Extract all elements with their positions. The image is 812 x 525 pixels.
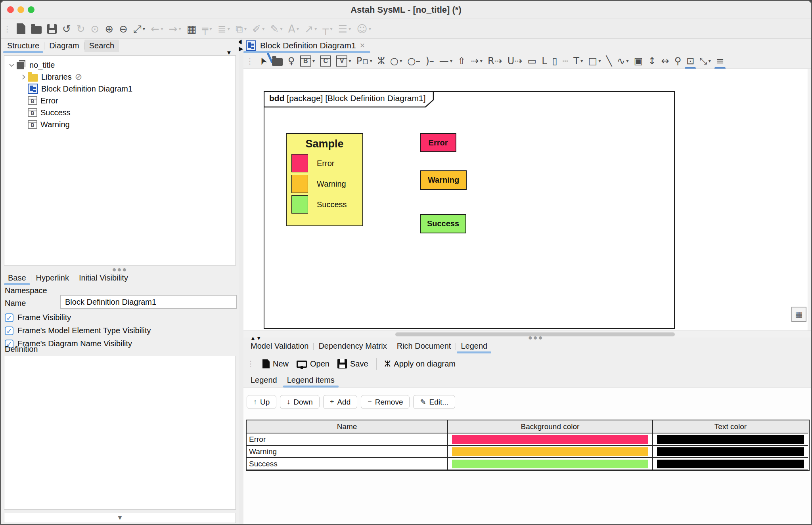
port-icon[interactable]: ♀ [288, 56, 295, 66]
usage-icon[interactable]: U⇢ [508, 56, 523, 66]
dropdown-arrow-icon[interactable]: ▾ [450, 58, 453, 64]
zoom-out-icon[interactable]: ⊖ [119, 24, 128, 34]
dropdown-arrow-icon[interactable]: ▾ [178, 26, 181, 32]
block-icon[interactable]: B▾ [300, 55, 315, 67]
dropdown-arrow-icon[interactable]: ▾ [228, 26, 230, 32]
list-style-icon[interactable]: ☰▾ [338, 24, 351, 34]
actor-icon[interactable]: ⵣ [377, 56, 385, 66]
tree-item-error[interactable]: BError [4, 95, 236, 107]
dotted-line-icon[interactable]: ┄ [563, 56, 568, 66]
note-icon[interactable]: ▯ [552, 56, 557, 66]
dropdown-arrow-icon[interactable]: ▾ [143, 26, 146, 32]
table-row-error[interactable]: Error [247, 433, 809, 446]
panel-menu-arrow-icon[interactable]: ▼ [226, 49, 232, 56]
association-icon[interactable]: —▾ [439, 56, 453, 66]
dropdown-arrow-icon[interactable]: ▾ [330, 26, 333, 32]
curve-icon[interactable]: ∿▾ [617, 56, 629, 66]
save-legend-button[interactable]: Save [337, 359, 368, 368]
emoji-icon[interactable]: ☺▾ [357, 24, 372, 34]
tab-legend[interactable]: Legend [246, 374, 282, 386]
text-color-swatch[interactable] [657, 460, 804, 468]
add-button[interactable]: +Add [323, 395, 357, 409]
text-color-swatch[interactable] [657, 447, 804, 456]
tree-item-no-title[interactable]: no_title [4, 59, 236, 71]
constraint-block-icon[interactable]: C [320, 55, 331, 67]
dropdown-arrow-icon[interactable]: ▾ [370, 58, 373, 64]
rectangle-icon[interactable]: □▾ [588, 56, 601, 66]
open-legend-button[interactable]: Open [297, 359, 329, 368]
dropdown-arrow-icon[interactable]: ▾ [312, 58, 315, 64]
dropdown-arrow-icon[interactable]: ▾ [400, 58, 402, 64]
zoom-in-icon[interactable]: ⊕ [105, 24, 113, 34]
table-row-warning[interactable]: Warning [247, 446, 809, 458]
down-button[interactable]: ↓Down [280, 395, 320, 409]
legend-sample-box[interactable]: Sample ErrorWarningSuccess [286, 133, 363, 226]
dropdown-arrow-icon[interactable]: ▾ [709, 58, 711, 64]
select-cursor-icon[interactable]: ➤ [259, 55, 267, 67]
zoom-actual-icon[interactable]: ⊙ [91, 24, 100, 34]
realization-icon[interactable]: R⇢ [488, 56, 502, 66]
tree-item-success[interactable]: BSuccess [4, 107, 236, 118]
tree-item-libraries[interactable]: Libraries⊘ [4, 71, 236, 83]
package-icon[interactable] [272, 56, 283, 66]
layers-icon[interactable]: ⧉▾ [236, 24, 247, 34]
forward-icon[interactable]: →▾ [169, 24, 181, 34]
save-icon[interactable] [47, 24, 57, 34]
more-icon[interactable]: ≡ [716, 56, 724, 66]
dropdown-arrow-icon[interactable]: ▾ [244, 26, 247, 32]
background-color-swatch[interactable] [452, 460, 648, 468]
new-legend-button[interactable]: New [262, 359, 289, 368]
required-interface-icon[interactable]: )– [425, 56, 434, 66]
line-color-icon[interactable]: ✎▾ [270, 24, 283, 34]
dropdown-arrow-icon[interactable]: ▾ [297, 26, 299, 32]
close-tab-icon[interactable]: × [360, 40, 365, 51]
tab-structure[interactable]: Structure [2, 40, 44, 52]
align-left-icon[interactable]: ≣▾ [218, 24, 230, 34]
connector-style-icon[interactable]: ↗▾ [304, 24, 317, 34]
dropdown-arrow-icon[interactable]: ▾ [161, 26, 163, 32]
remove-button[interactable]: −Remove [361, 395, 410, 409]
column-header-background-color[interactable]: Background color [448, 420, 653, 433]
checkbox-frame-s-model-element-type-visibility[interactable]: ✓Frame's Model Element Type Visibility [5, 326, 151, 335]
tab-hyperlink[interactable]: Hyperlink [31, 272, 74, 284]
checkbox-frame-visibility[interactable]: ✓Frame Visibility [5, 313, 71, 322]
dropdown-arrow-icon[interactable]: ▾ [349, 58, 351, 64]
text-color-swatch[interactable] [657, 435, 804, 444]
overview-map-button[interactable]: ▦ [791, 307, 806, 322]
dropdown-arrow-icon[interactable]: ▾ [598, 58, 601, 64]
connector-icon[interactable]: ⤡▾ [699, 56, 711, 66]
new-file-icon[interactable] [17, 23, 25, 34]
line-icon[interactable]: ╲ [606, 56, 612, 66]
dropdown-arrow-icon[interactable]: ▾ [280, 26, 283, 32]
tree-item-warning[interactable]: BWarning [4, 118, 236, 130]
pin-icon[interactable]: ⚲ [674, 56, 682, 66]
fit-to-window-icon[interactable]: ⤢▾ [133, 24, 145, 34]
table-row-success[interactable]: Success [247, 458, 809, 470]
tab-model-validation[interactable]: Model Validation [246, 340, 313, 352]
fill-color-icon[interactable]: ✐▾ [252, 24, 264, 34]
open-folder-icon[interactable] [31, 24, 42, 34]
edit-button[interactable]: ✎Edit... [413, 395, 455, 409]
lifeline-icon[interactable]: L [542, 56, 547, 66]
expand-right-icon[interactable]: ▶ [239, 45, 243, 52]
align-top-icon[interactable]: ╤▾ [202, 24, 212, 34]
horizontal-distribute-icon[interactable]: ↔ [661, 56, 669, 66]
bottom-collapse-bar[interactable]: ▼ [4, 513, 236, 523]
dropdown-arrow-icon[interactable]: ▾ [262, 26, 265, 32]
toolbar-drag-handle[interactable]: ⋮ [246, 56, 253, 66]
undo-icon[interactable]: ↺ [62, 24, 71, 34]
tab-base[interactable]: Base [3, 272, 31, 284]
chevron-right-icon[interactable] [20, 74, 25, 80]
tab-legend[interactable]: Legend [456, 340, 492, 352]
provided-interface-icon[interactable]: ○– [407, 56, 420, 66]
diagram-map-icon[interactable]: ▦ [187, 24, 197, 34]
font-icon[interactable]: A▾ [288, 24, 299, 34]
text-icon[interactable]: T▾ [573, 56, 583, 66]
definition-textarea[interactable] [4, 356, 236, 510]
part-property-icon[interactable]: P▫▾ [356, 56, 372, 66]
dropdown-arrow-icon[interactable]: ▾ [209, 26, 212, 32]
column-header-name[interactable]: Name [247, 420, 448, 433]
block-warning[interactable]: Warning [420, 170, 467, 190]
dropdown-arrow-icon[interactable]: ▾ [349, 26, 351, 32]
background-color-swatch[interactable] [452, 447, 648, 456]
